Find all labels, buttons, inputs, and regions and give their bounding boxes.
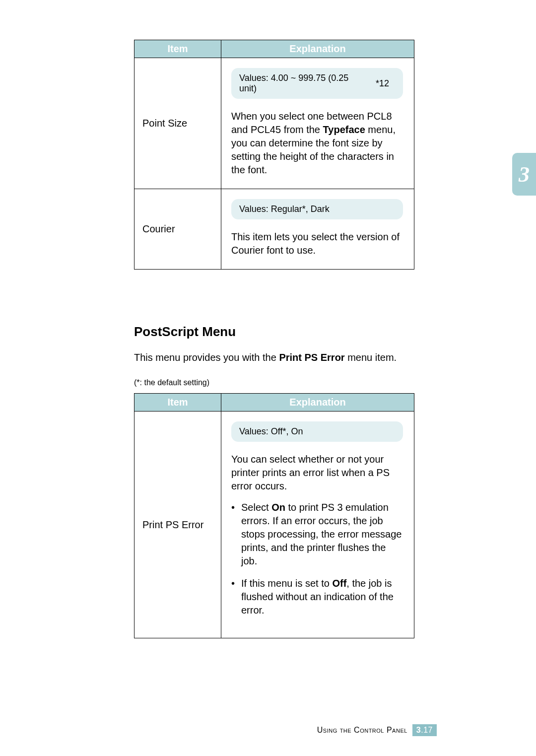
- item-cell: Point Size: [134, 58, 221, 189]
- th-explanation: Explanation: [221, 394, 414, 412]
- page-footer: Using the Control Panel 3.17: [317, 724, 437, 736]
- list-item: Select On to print PS 3 emulation errors…: [231, 501, 403, 568]
- th-item: Item: [134, 40, 221, 58]
- bullet-list: Select On to print PS 3 emulation errors…: [231, 501, 403, 617]
- chapter-number: 3: [519, 162, 530, 187]
- values-text: Values: Regular*, Dark: [239, 204, 330, 214]
- item-cell: Courier: [134, 189, 221, 270]
- explanation-cell: Values: 4.00 ~ 999.75 (0.25 unit) *12 Wh…: [221, 58, 414, 189]
- table-row: Print PS Error Values: Off*, On You can …: [134, 412, 414, 638]
- default-note: (*: the default setting): [134, 378, 414, 387]
- description: You can select whether or not your print…: [231, 453, 403, 493]
- values-pill: Values: Regular*, Dark: [231, 199, 403, 219]
- th-item: Item: [134, 394, 221, 412]
- postscript-menu-table: Item Explanation Print PS Error Values: …: [134, 393, 414, 638]
- values-text: Values: 4.00 ~ 999.75 (0.25 unit): [239, 73, 362, 94]
- explanation-cell: Values: Off*, On You can select whether …: [221, 412, 414, 638]
- description: This item lets you select the version of…: [231, 230, 403, 257]
- table-row: Courier Values: Regular*, Dark This item…: [134, 189, 414, 270]
- item-label: Point Size: [142, 118, 187, 129]
- section-intro: This menu provides you with the Print PS…: [134, 350, 414, 364]
- values-pill: Values: 4.00 ~ 999.75 (0.25 unit) *12: [231, 68, 403, 99]
- values-pill: Values: Off*, On: [231, 421, 403, 442]
- th-explanation: Explanation: [221, 40, 414, 58]
- explanation-cell: Values: Regular*, Dark This item lets yo…: [221, 189, 414, 270]
- values-text: Values: Off*, On: [239, 426, 303, 437]
- pcl-menu-table: Item Explanation Point Size Values: 4.00…: [134, 40, 414, 270]
- values-default: *12: [376, 78, 395, 89]
- description: When you select one between PCL8 and PCL…: [231, 110, 403, 177]
- page-content: Item Explanation Point Size Values: 4.00…: [134, 40, 414, 638]
- item-cell: Print PS Error: [134, 412, 221, 638]
- chapter-side-tab: 3: [512, 153, 536, 196]
- page-chip: 3.17: [412, 724, 437, 736]
- section-heading: PostScript Menu: [134, 324, 414, 340]
- table-row: Point Size Values: 4.00 ~ 999.75 (0.25 u…: [134, 58, 414, 189]
- list-item: If this menu is set to Off, the job is f…: [231, 577, 403, 617]
- item-label: Print PS Error: [142, 519, 203, 530]
- footer-text: Using the Control Panel: [317, 726, 407, 735]
- item-label: Courier: [142, 223, 175, 234]
